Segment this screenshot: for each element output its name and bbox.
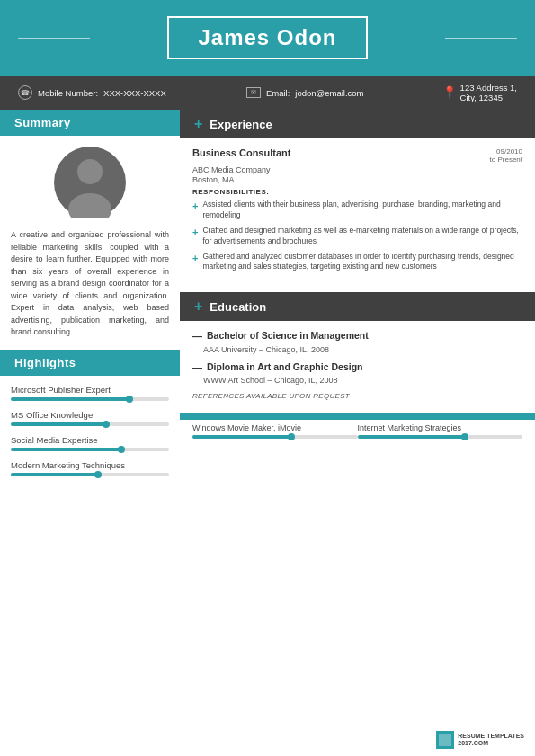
contact-email: ✉ Email: jodon@email.com bbox=[246, 87, 364, 98]
highlight-bar-fill bbox=[11, 422, 106, 426]
svg-rect-3 bbox=[439, 734, 451, 743]
highlight-bar-thumb bbox=[103, 421, 110, 428]
job-company: ABC Media Company bbox=[192, 165, 522, 174]
highlight-bar-thumb bbox=[118, 446, 125, 453]
edu-header: — Bachelor of Science in Management bbox=[192, 330, 522, 342]
phone-label: Mobile Number: bbox=[38, 88, 98, 98]
experience-plus-icon: + bbox=[194, 116, 202, 132]
location-icon: 📍 bbox=[444, 85, 455, 100]
contact-bar: ☎ Mobile Number: XXX-XXX-XXXX ✉ Email: j… bbox=[0, 76, 535, 110]
svg-point-1 bbox=[77, 159, 103, 184]
bottom-skill-bar-fill bbox=[192, 435, 291, 439]
job-date: 09/2010to Present bbox=[490, 147, 522, 164]
responsibility-item: + Assisted clients with their business p… bbox=[192, 200, 522, 221]
highlight-bar-bg bbox=[11, 422, 169, 426]
highlight-item: MS Office Knowledge bbox=[11, 410, 169, 426]
highlight-bar-thumb bbox=[126, 396, 133, 403]
watermark: RESUME TEMPLATES 2017.COM bbox=[436, 731, 524, 749]
resp-text: Crafted and designed marketing as well a… bbox=[202, 226, 522, 247]
svg-rect-4 bbox=[439, 743, 451, 746]
avatar bbox=[54, 147, 126, 218]
edu-school: WWW Art School – Chicago, IL, 2008 bbox=[203, 376, 522, 385]
experience-section: Business Consultant 09/2010to Present AB… bbox=[180, 138, 535, 292]
resp-text: Assisted clients with their business pla… bbox=[202, 200, 522, 221]
bottom-skills-row: Windows Movie Maker, iMovie Internet Mar… bbox=[180, 423, 535, 446]
resp-plus-icon: + bbox=[192, 200, 198, 212]
right-column: + Experience Business Consultant 09/2010… bbox=[180, 110, 535, 494]
education-section: — Bachelor of Science in Management AAA … bbox=[180, 321, 535, 409]
highlight-label: Microsoft Publisher Expert bbox=[11, 385, 169, 395]
edu-dash: — bbox=[192, 361, 202, 374]
contact-address: 📍 123 Address 1, City, 12345 bbox=[444, 83, 517, 102]
references: REFERENCES AVAILABLE UPON REQUEST bbox=[192, 392, 522, 400]
header-line-right bbox=[445, 38, 517, 39]
experience-section-header: + Experience bbox=[180, 110, 535, 138]
edu-school: AAA University – Chicago, IL, 2008 bbox=[203, 345, 522, 354]
highlight-label: Social Media Expertise bbox=[11, 435, 169, 445]
highlight-bar-fill bbox=[11, 473, 98, 476]
edu-header: — Diploma in Art and Graphic Design bbox=[192, 361, 522, 374]
edu-entry: — Bachelor of Science in Management AAA … bbox=[192, 330, 522, 353]
highlight-label: Modern Marketing Techniques bbox=[11, 460, 169, 470]
job-entry: Business Consultant 09/2010to Present AB… bbox=[192, 147, 522, 272]
job-location: Boston, MA bbox=[192, 175, 522, 184]
edu-title: Diploma in Art and Graphic Design bbox=[207, 361, 362, 372]
teal-divider bbox=[180, 413, 535, 420]
highlight-bar-fill bbox=[11, 448, 121, 451]
edu-title: Bachelor of Science in Management bbox=[207, 330, 369, 341]
address: 123 Address 1, City, 12345 bbox=[460, 83, 517, 102]
bottom-skill-label: Internet Marketing Strategies bbox=[358, 423, 523, 432]
header-line-left bbox=[18, 38, 90, 39]
job-header: Business Consultant 09/2010to Present bbox=[192, 147, 522, 164]
phone-icon: ☎ bbox=[18, 85, 32, 100]
highlight-bar-bg bbox=[11, 397, 169, 401]
education-section-header: + Education bbox=[180, 292, 535, 321]
highlight-bar-fill bbox=[11, 397, 129, 401]
email-icon: ✉ bbox=[246, 87, 261, 98]
summary-section-header: Summary bbox=[0, 110, 180, 136]
bottom-skill-label: Windows Movie Maker, iMovie bbox=[192, 423, 358, 432]
summary-text: A creative and organized professional wi… bbox=[11, 229, 169, 339]
highlight-item: Social Media Expertise bbox=[11, 435, 169, 451]
highlights-section-header: Highlights bbox=[0, 350, 180, 376]
bottom-skill-bar-thumb bbox=[461, 433, 468, 440]
resp-plus-icon: + bbox=[192, 252, 198, 264]
candidate-name: James Odon bbox=[198, 25, 336, 49]
header: James Odon bbox=[0, 0, 535, 76]
email-label: Email: bbox=[266, 88, 290, 98]
left-column: Summary A creative and organized profess… bbox=[0, 110, 180, 494]
highlight-item: Modern Marketing Techniques bbox=[11, 460, 169, 476]
bottom-skill-bar-thumb bbox=[288, 433, 295, 440]
email-value: jodon@email.com bbox=[295, 88, 363, 98]
summary-section: A creative and organized professional wi… bbox=[0, 136, 180, 350]
bottom-skill-item: Windows Movie Maker, iMovie bbox=[192, 423, 358, 439]
education-plus-icon: + bbox=[194, 298, 202, 315]
bottom-skill-item: Internet Marketing Strategies bbox=[358, 423, 523, 439]
bottom-skill-bar-bg bbox=[358, 435, 523, 439]
responsibilities-label: RESPONSIBILITIES: bbox=[192, 188, 522, 196]
contact-phone: ☎ Mobile Number: XXX-XXX-XXXX bbox=[18, 85, 166, 100]
resp-plus-icon: + bbox=[192, 226, 198, 238]
edu-entry: — Diploma in Art and Graphic Design WWW … bbox=[192, 361, 522, 385]
avatar-wrapper bbox=[11, 147, 169, 218]
highlights-section: Microsoft Publisher Expert MS Office Kno… bbox=[0, 376, 180, 494]
resp-text: Gathered and analyzed customer databases… bbox=[202, 252, 522, 273]
responsibility-item: + Gathered and analyzed customer databas… bbox=[192, 252, 522, 273]
phone-value: XXX-XXX-XXXX bbox=[103, 88, 166, 98]
watermark-text: RESUME TEMPLATES 2017.COM bbox=[458, 733, 524, 748]
name-box: James Odon bbox=[167, 16, 367, 59]
highlight-bar-bg bbox=[11, 448, 169, 451]
responsibility-item: + Crafted and designed marketing as well… bbox=[192, 226, 522, 247]
main-content: Summary A creative and organized profess… bbox=[0, 110, 535, 494]
highlight-bar-bg bbox=[11, 473, 169, 476]
bottom-skill-bar-bg bbox=[192, 435, 358, 439]
edu-dash: — bbox=[192, 330, 202, 342]
watermark-icon bbox=[436, 731, 454, 749]
highlight-label: MS Office Knowledge bbox=[11, 410, 169, 420]
bottom-skill-bar-fill bbox=[358, 435, 465, 439]
highlight-item: Microsoft Publisher Expert bbox=[11, 385, 169, 401]
resume-page: James Odon ☎ Mobile Number: XXX-XXX-XXXX… bbox=[0, 0, 535, 756]
job-title: Business Consultant bbox=[192, 147, 290, 158]
highlight-bar-thumb bbox=[94, 471, 102, 478]
